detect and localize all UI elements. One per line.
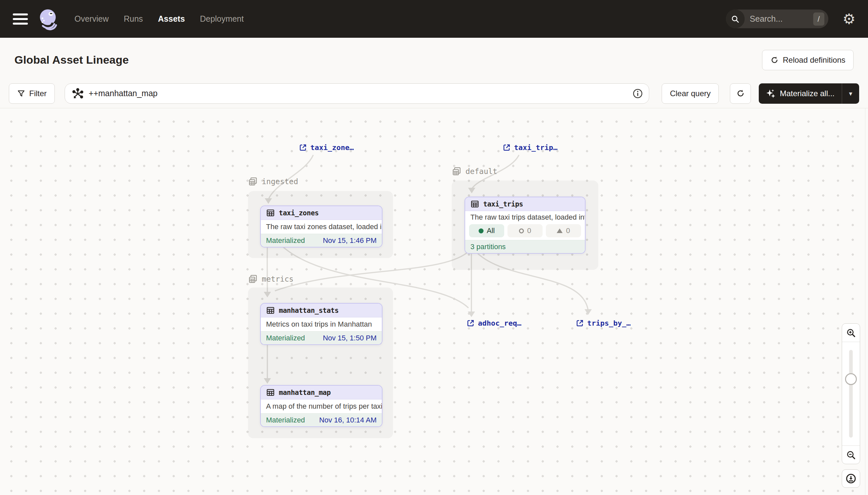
zoom-in-icon (846, 328, 856, 338)
query-info-icon[interactable] (632, 88, 643, 99)
global-search-input[interactable]: Search... / (726, 10, 828, 28)
group-layers-icon (248, 274, 258, 284)
zoom-in-button[interactable] (842, 324, 860, 342)
nav-tab-assets[interactable]: Assets (158, 14, 185, 24)
partition-health-badges: All 0 0 (465, 224, 585, 240)
lineage-canvas[interactable]: ingested default metrics taxi_zone… taxi… (0, 108, 868, 495)
table-icon (266, 208, 275, 217)
sparkle-icon (766, 89, 776, 99)
external-asset-taxi-trip-file[interactable]: taxi_trip… (502, 143, 557, 152)
materialize-all-button[interactable]: Materialize all... (759, 83, 842, 104)
refresh-icon (736, 89, 745, 98)
zoom-out-icon (846, 450, 856, 460)
asset-selection-field (65, 83, 649, 104)
asset-selection-input[interactable] (65, 83, 649, 104)
table-icon (266, 388, 275, 397)
zoom-control-panel (842, 323, 860, 464)
reload-definitions-button[interactable]: Reload definitions (762, 50, 854, 70)
asset-title: taxi_trips (483, 200, 523, 208)
nav-tab-deployment[interactable]: Deployment (200, 14, 244, 24)
asset-node-manhattan-stats[interactable]: manhattan_stats Metrics on taxi trips in… (260, 303, 383, 345)
search-icon (726, 10, 745, 28)
download-graph-button[interactable] (842, 470, 860, 488)
materialized-status: Materialized (266, 334, 305, 342)
materialize-options-caret[interactable]: ▾ (842, 83, 859, 104)
group-layers-icon (452, 167, 462, 176)
materialized-timestamp[interactable]: Nov 15, 1:50 PM (323, 334, 377, 342)
lineage-edges (0, 108, 868, 495)
op-selection-icon (72, 88, 84, 100)
scrollbar-gutter[interactable] (865, 108, 868, 495)
asset-description: Metrics on taxi trips in Manhattan (261, 318, 382, 331)
zoom-slider-thumb[interactable] (845, 373, 857, 385)
asset-description: The raw taxi trips dataset, loaded into … (465, 211, 585, 224)
triangle-icon (557, 228, 563, 233)
external-link-icon (466, 319, 475, 327)
partitions-all-badge[interactable]: All (469, 224, 504, 237)
asset-title: taxi_zones (279, 209, 319, 217)
refresh-graph-button[interactable] (730, 83, 751, 104)
external-asset-trips-by-week[interactable]: trips_by_… (576, 319, 631, 327)
success-dot-icon (479, 228, 483, 233)
partitions-missing-badge[interactable]: 0 (508, 224, 543, 237)
partitions-count[interactable]: 3 partitions (471, 243, 506, 251)
materialized-timestamp[interactable]: Nov 15, 1:46 PM (323, 236, 377, 245)
asset-node-taxi-zones[interactable]: taxi_zones The raw taxi zones dataset, l… (260, 205, 383, 248)
group-layers-icon (248, 176, 258, 186)
lineage-toolbar: Filter Clear query (0, 82, 868, 108)
external-link-icon (576, 319, 584, 327)
download-icon (845, 473, 856, 484)
external-asset-adhoc-request[interactable]: adhoc_req… (466, 319, 521, 327)
nav-tab-runs[interactable]: Runs (124, 14, 143, 24)
zoom-slider-track[interactable] (849, 350, 853, 438)
materialize-split-button: Materialize all... ▾ (759, 83, 859, 104)
materialized-status: Materialized (266, 416, 305, 424)
table-icon (471, 200, 479, 208)
zoom-out-button[interactable] (842, 446, 860, 464)
asset-node-taxi-trips[interactable]: taxi_trips The raw taxi trips dataset, l… (464, 197, 586, 254)
group-label-metrics[interactable]: metrics (248, 274, 294, 284)
materialized-status: Materialized (266, 236, 305, 245)
asset-node-manhattan-map[interactable]: manhattan_map A map of the number of tri… (260, 385, 383, 427)
search-shortcut-badge: / (813, 13, 825, 25)
zoom-slider (842, 342, 860, 446)
dagster-logo-icon[interactable] (37, 7, 60, 31)
reload-icon (770, 56, 779, 64)
table-icon (266, 306, 275, 315)
partitions-failed-badge[interactable]: 0 (546, 224, 581, 237)
external-link-icon (299, 143, 307, 152)
ring-icon (519, 228, 524, 233)
menu-icon[interactable] (13, 14, 28, 24)
filter-funnel-icon (17, 89, 25, 98)
page-title: Global Asset Lineage (14, 53, 129, 66)
caret-down-icon: ▾ (849, 90, 852, 98)
top-nav-bar: Overview Runs Assets Deployment Search..… (0, 0, 868, 38)
group-label-default[interactable]: default (452, 167, 497, 176)
external-link-icon (502, 143, 511, 152)
page-header: Global Asset Lineage Reload definitions (0, 38, 868, 82)
nav-tab-overview[interactable]: Overview (74, 14, 109, 24)
clear-query-button[interactable]: Clear query (662, 83, 719, 104)
asset-description: The raw taxi zones dataset, loaded int..… (261, 220, 382, 234)
materialized-timestamp[interactable]: Nov 16, 10:14 AM (319, 416, 377, 424)
asset-title: manhattan_stats (279, 307, 339, 314)
filter-button[interactable]: Filter (9, 83, 55, 104)
primary-nav: Overview Runs Assets Deployment (74, 14, 244, 24)
group-label-ingested[interactable]: ingested (248, 176, 298, 186)
settings-gear-icon[interactable]: ⚙ (843, 12, 855, 26)
asset-title: manhattan_map (279, 389, 331, 396)
search-placeholder: Search... (750, 14, 813, 24)
external-asset-taxi-zone-file[interactable]: taxi_zone… (299, 143, 354, 152)
asset-description: A map of the number of trips per taxi z.… (261, 399, 382, 413)
